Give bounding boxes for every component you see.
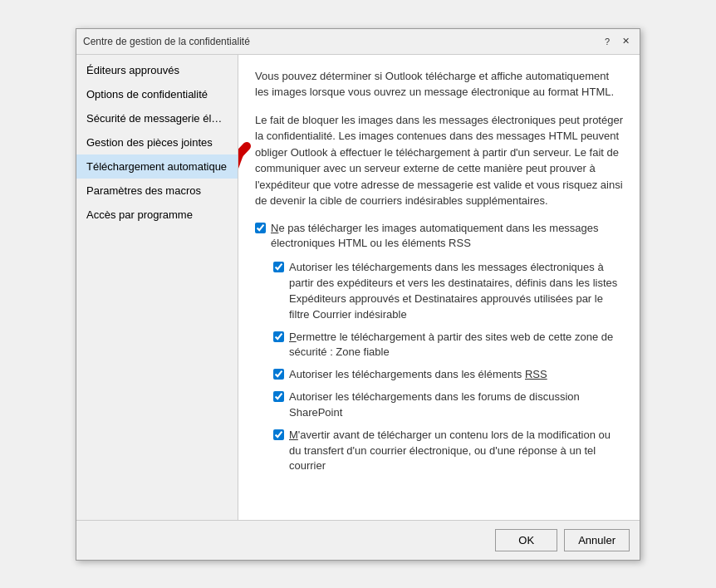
sidebar-item-editeurs-approuves[interactable]: Éditeurs approuvés bbox=[76, 58, 238, 82]
checkbox-allow-sharepoint: Autoriser les téléchargements dans les f… bbox=[273, 390, 623, 421]
checkbox-allow-rss: Autoriser les téléchargements dans les é… bbox=[273, 367, 623, 383]
svg-line-0 bbox=[238, 146, 247, 217]
checkbox-no-auto-download-input[interactable] bbox=[255, 223, 266, 233]
checkbox-group: Ne pas télécharger les images automatiqu… bbox=[255, 221, 623, 475]
checkbox-allow-rss-input[interactable] bbox=[273, 369, 284, 380]
sidebar-item-securite-messagerie[interactable]: Sécurité de messagerie électronique bbox=[76, 106, 238, 130]
sidebar-item-options-confidentialite[interactable]: Options de confidentialité bbox=[76, 82, 238, 106]
titlebar: Centre de gestion de la confidentialité … bbox=[76, 29, 640, 55]
checkbox-allow-trusted-zone-input[interactable] bbox=[273, 331, 284, 342]
sidebar-item-gestion-pieces-jointes[interactable]: Gestion des pièces jointes bbox=[76, 130, 238, 154]
close-button[interactable]: ✕ bbox=[618, 34, 633, 49]
checkbox-warn-before-label[interactable]: M'avertir avant de télécharger un conten… bbox=[289, 428, 623, 475]
dialog-title: Centre de gestion de la confidentialité bbox=[83, 36, 250, 47]
sub-checkboxes: Autoriser les téléchargements dans les m… bbox=[273, 260, 623, 474]
checkbox-allow-trusted-zone: Permettre le téléchargement à partir des… bbox=[273, 330, 623, 361]
checkbox-warn-before-input[interactable] bbox=[273, 429, 284, 440]
intro-para1: Vous pouvez déterminer si Outlook téléch… bbox=[255, 68, 623, 100]
sidebar-item-telechargement-automatique[interactable]: Téléchargement automatique bbox=[76, 154, 238, 179]
checkbox-allow-sharepoint-label[interactable]: Autoriser les téléchargements dans les f… bbox=[289, 390, 623, 421]
checkbox-warn-before: M'avertir avant de télécharger un conten… bbox=[273, 428, 623, 475]
checkbox-allow-approved-input[interactable] bbox=[273, 262, 284, 272]
sidebar-item-parametres-macros[interactable]: Paramètres des macros bbox=[76, 179, 238, 203]
titlebar-controls: ? ✕ bbox=[600, 34, 633, 49]
dialog-body: Éditeurs approuvésOptions de confidentia… bbox=[76, 55, 640, 520]
checkbox-no-auto-download-label[interactable]: Ne pas télécharger les images automatiqu… bbox=[271, 221, 623, 252]
sidebar: Éditeurs approuvésOptions de confidentia… bbox=[76, 55, 238, 520]
main-content: Vous pouvez déterminer si Outlook téléch… bbox=[238, 55, 640, 520]
help-button[interactable]: ? bbox=[600, 34, 615, 49]
checkbox-allow-approved: Autoriser les téléchargements dans les m… bbox=[273, 260, 623, 322]
intro-para2: Le fait de bloquer les images dans les m… bbox=[255, 112, 623, 209]
cancel-button[interactable]: Annuler bbox=[564, 529, 630, 551]
ok-button[interactable]: OK bbox=[495, 529, 557, 551]
checkbox-allow-sharepoint-input[interactable] bbox=[273, 391, 284, 402]
svg-marker-1 bbox=[238, 146, 247, 169]
dialog: Centre de gestion de la confidentialité … bbox=[76, 28, 640, 561]
checkbox-allow-trusted-zone-label[interactable]: Permettre le téléchargement à partir des… bbox=[289, 330, 623, 361]
checkbox-no-auto-download: Ne pas télécharger les images automatiqu… bbox=[255, 221, 623, 252]
sidebar-item-acces-programme[interactable]: Accès par programme bbox=[76, 203, 238, 227]
checkbox-allow-rss-label[interactable]: Autoriser les téléchargements dans les é… bbox=[289, 367, 547, 383]
checkbox-allow-approved-label[interactable]: Autoriser les téléchargements dans les m… bbox=[289, 260, 623, 322]
dialog-footer: OK Annuler bbox=[76, 520, 640, 560]
